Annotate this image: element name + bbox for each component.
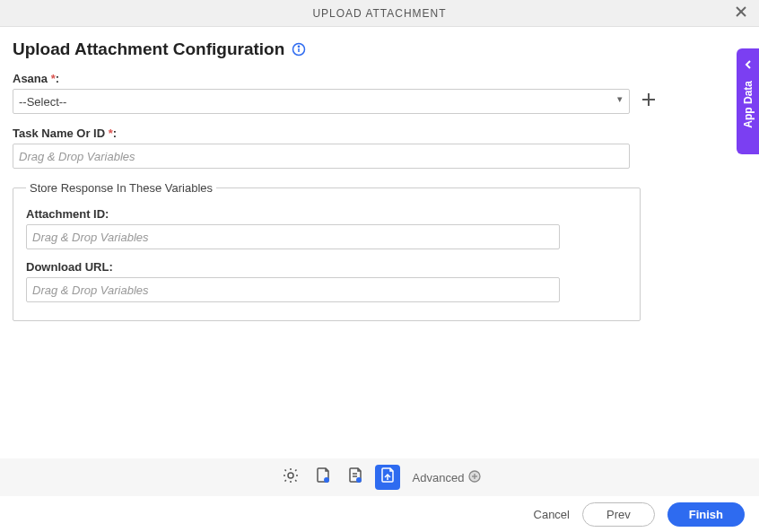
asana-select-row: --Select-- (13, 89, 746, 114)
page-title-row: Upload Attachment Configuration (13, 39, 746, 59)
app-data-label: App Data (742, 81, 755, 128)
download-label: Download URL: (26, 260, 627, 274)
cancel-button[interactable]: Cancel (534, 508, 570, 521)
content-area: Upload Attachment Configuration Asana *:… (0, 27, 759, 334)
plus-icon (641, 92, 657, 111)
attachment-input[interactable] (26, 224, 560, 249)
download-input[interactable] (26, 277, 560, 302)
required-marker: * (51, 72, 56, 85)
task-label-text: Task Name Or ID (13, 126, 109, 140)
doc-gear-tool-1[interactable] (310, 465, 336, 490)
svg-point-7 (288, 473, 293, 478)
task-input[interactable] (13, 144, 630, 169)
chevron-left-icon (743, 57, 754, 74)
modal-title: UPLOAD ATTACHMENT (312, 7, 446, 20)
plus-circle-icon (468, 470, 481, 485)
finish-button[interactable]: Finish (667, 502, 745, 527)
svg-point-4 (299, 46, 300, 47)
add-asana-button[interactable] (639, 92, 659, 111)
prev-button[interactable]: Prev (582, 502, 655, 527)
asana-label: Asana *: (13, 72, 746, 85)
bottom-toolbar: Advanced (0, 458, 759, 496)
footer: Cancel Prev Finish (0, 496, 759, 532)
task-field: Task Name Or ID *: (13, 126, 746, 169)
document-gear-icon (346, 467, 364, 488)
close-icon (735, 5, 747, 22)
app-data-tab[interactable]: App Data (737, 48, 759, 154)
download-field: Download URL: (26, 260, 627, 302)
settings-tool[interactable] (278, 465, 303, 490)
asana-label-text: Asana (13, 72, 51, 85)
asana-select-wrap: --Select-- (13, 89, 630, 114)
doc-gear-tool-2[interactable] (343, 465, 368, 490)
upload-tool[interactable] (375, 465, 400, 490)
svg-point-11 (356, 478, 360, 482)
task-label: Task Name Or ID *: (13, 126, 746, 140)
close-button[interactable] (732, 4, 750, 22)
response-fieldset: Store Response In These Variables Attach… (13, 181, 641, 321)
info-icon[interactable] (292, 42, 306, 57)
attachment-field: Attachment ID: (26, 207, 627, 249)
advanced-toggle[interactable]: Advanced (413, 470, 482, 485)
required-marker: * (109, 126, 113, 140)
svg-point-8 (324, 478, 327, 482)
modal-header: UPLOAD ATTACHMENT (0, 0, 759, 27)
asana-select[interactable]: --Select-- (13, 89, 630, 114)
upload-icon (379, 467, 397, 488)
gear-icon (282, 467, 300, 488)
fieldset-legend: Store Response In These Variables (26, 181, 216, 195)
page-title: Upload Attachment Configuration (13, 39, 284, 59)
asana-field: Asana *: --Select-- (13, 72, 746, 114)
document-gear-icon (314, 467, 332, 488)
attachment-label: Attachment ID: (26, 207, 627, 221)
advanced-label: Advanced (413, 471, 465, 484)
